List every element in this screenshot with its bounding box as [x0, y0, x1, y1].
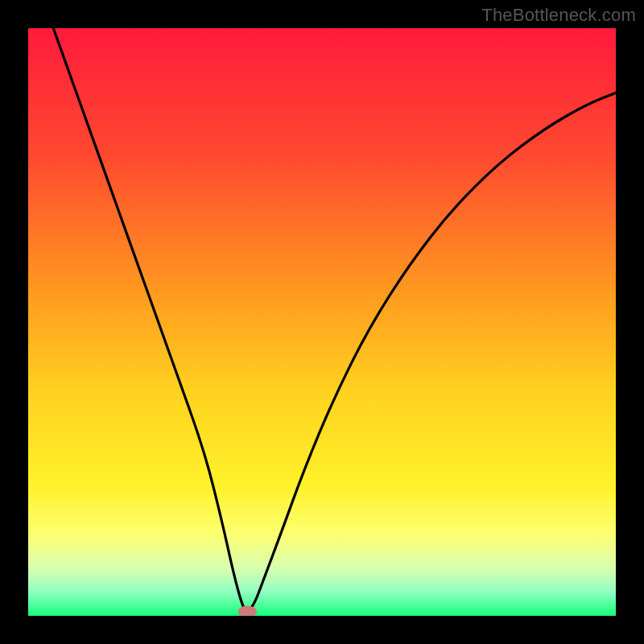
plot-area — [28, 28, 616, 616]
bottleneck-chart — [28, 28, 616, 616]
watermark-text: TheBottleneck.com — [481, 5, 636, 26]
gradient-background — [28, 28, 616, 616]
chart-frame: TheBottleneck.com — [0, 0, 644, 644]
